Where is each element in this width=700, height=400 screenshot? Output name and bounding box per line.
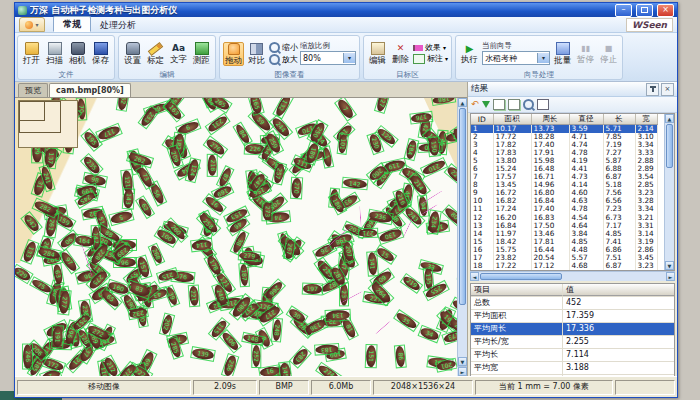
search-icon[interactable] bbox=[523, 99, 534, 110]
pause-button[interactable]: ▮▮暂停 bbox=[575, 42, 596, 65]
table-cell[interactable]: 1 bbox=[471, 125, 493, 134]
table-row[interactable]: 110.1713.733.595.712.14 bbox=[471, 125, 657, 134]
application-menu-button[interactable]: ▾ bbox=[19, 17, 45, 32]
copy-icon[interactable] bbox=[508, 99, 520, 110]
table-cell[interactable]: 3.33 bbox=[635, 149, 657, 157]
open-button[interactable]: 打开 bbox=[21, 41, 42, 66]
table-cell[interactable]: 16.80 bbox=[531, 189, 569, 197]
table-cell[interactable]: 8 bbox=[471, 181, 493, 189]
table-row[interactable]: 615.2416.484.416.882.89 bbox=[471, 165, 657, 173]
calibrate-button[interactable]: 标定 bbox=[145, 41, 166, 66]
stats-row[interactable]: 平均长/宽2.255 bbox=[471, 336, 674, 349]
results-vertical-scrollbar[interactable]: ▲ ▼ bbox=[664, 114, 674, 270]
canvas-vertical-scrollbar[interactable]: ▲ ▼ bbox=[457, 98, 467, 366]
seed-marker[interactable]: 163 bbox=[163, 99, 185, 122]
seed-marker[interactable]: 191 bbox=[51, 325, 64, 349]
seed-marker[interactable]: 127 bbox=[374, 98, 391, 114]
table-cell[interactable]: 16.84 bbox=[531, 197, 569, 205]
seed-marker[interactable]: 197 bbox=[302, 282, 323, 295]
table-cell[interactable]: 14.96 bbox=[531, 181, 569, 189]
table-cell[interactable]: 16.48 bbox=[531, 165, 569, 173]
table-row[interactable]: 1216.2016.834.546.733.21 bbox=[471, 214, 657, 222]
scroll-down-icon[interactable]: ▼ bbox=[458, 357, 467, 366]
table-row[interactable]: 1615.7516.444.486.862.86 bbox=[471, 246, 657, 254]
measure-button[interactable]: 测距 bbox=[191, 41, 212, 66]
table-cell[interactable]: 20.54 bbox=[531, 254, 569, 262]
table-cell[interactable]: 9 bbox=[471, 189, 493, 197]
table-cell[interactable]: 10.17 bbox=[493, 125, 531, 134]
stats-row[interactable]: 总数452 bbox=[471, 297, 674, 310]
table-cell[interactable]: 17.57 bbox=[493, 173, 531, 181]
table-cell[interactable]: 3.54 bbox=[635, 173, 657, 181]
table-cell[interactable]: 6 bbox=[471, 165, 493, 173]
seed-marker[interactable]: 101 bbox=[336, 132, 349, 154]
table-cell[interactable]: 17 bbox=[471, 254, 493, 262]
table-cell[interactable]: 3.10 bbox=[635, 133, 657, 141]
drag-tool-button[interactable]: 拖动 bbox=[223, 42, 244, 66]
seed-marker[interactable]: 62 bbox=[134, 195, 154, 219]
table-cell[interactable]: 13.73 bbox=[531, 125, 569, 134]
table-cell[interactable]: 16 bbox=[471, 246, 493, 254]
compare-button[interactable]: 对比 bbox=[246, 42, 267, 66]
seed-marker[interactable]: 284 bbox=[36, 246, 62, 263]
seed-marker[interactable]: 246 bbox=[23, 344, 34, 370]
table-cell[interactable]: 4.71 bbox=[569, 133, 603, 141]
select-region-icon[interactable] bbox=[537, 99, 549, 110]
table-cell[interactable]: 4 bbox=[471, 149, 493, 157]
table-cell[interactable]: 17.24 bbox=[493, 205, 531, 213]
seed-marker[interactable]: 178 bbox=[203, 252, 224, 277]
zoom-in-button[interactable]: 放大 bbox=[269, 54, 298, 65]
table-cell[interactable]: 4.78 bbox=[569, 149, 603, 157]
tab-preview[interactable]: 预览 bbox=[18, 83, 48, 97]
seed-marker[interactable]: 231 bbox=[205, 112, 231, 135]
seed-marker[interactable]: 142 bbox=[341, 177, 368, 191]
table-cell[interactable]: 4.14 bbox=[569, 181, 603, 189]
table-cell[interactable]: 3.19 bbox=[635, 238, 657, 246]
table-cell[interactable]: 16.20 bbox=[493, 214, 531, 222]
table-cell[interactable]: 15.75 bbox=[493, 246, 531, 254]
table-cell[interactable]: 18.28 bbox=[531, 133, 569, 141]
seed-marker[interactable]: 283 bbox=[289, 345, 312, 368]
seed-marker[interactable]: 274 bbox=[315, 362, 342, 376]
seed-marker[interactable]: 146 bbox=[456, 254, 457, 280]
table-row[interactable]: 1316.8417.504.647.173.31 bbox=[471, 222, 657, 230]
close-button[interactable]: × bbox=[657, 4, 674, 17]
table-cell[interactable]: 4.19 bbox=[569, 157, 603, 165]
batch-button[interactable]: 批量 bbox=[552, 41, 573, 66]
table-cell[interactable]: 16.44 bbox=[531, 246, 569, 254]
scroll-thumb[interactable] bbox=[459, 108, 466, 305]
scroll-right-icon[interactable]: ► bbox=[666, 272, 675, 281]
table-cell[interactable]: 17.83 bbox=[493, 149, 531, 157]
seed-marker[interactable]: 242 bbox=[20, 211, 43, 235]
scroll-right-icon[interactable]: ► bbox=[458, 367, 467, 376]
table-row[interactable]: 1117.2417.404.787.233.34 bbox=[471, 205, 657, 213]
seed-marker[interactable]: 169 bbox=[211, 183, 235, 201]
col-header-area[interactable]: 面积 bbox=[493, 114, 531, 125]
table-cell[interactable]: 17.82 bbox=[493, 141, 531, 149]
scroll-down-icon[interactable]: ▼ bbox=[665, 261, 674, 270]
camera-button[interactable]: 相机 bbox=[67, 41, 88, 66]
table-cell[interactable]: 3.31 bbox=[635, 222, 657, 230]
stats-row[interactable]: 平均长7.114 bbox=[471, 349, 674, 362]
table-cell[interactable]: 15.98 bbox=[531, 157, 569, 165]
table-cell[interactable]: 4.68 bbox=[569, 262, 603, 270]
table-cell[interactable]: 5.18 bbox=[603, 181, 635, 189]
table-cell[interactable]: 2.89 bbox=[635, 165, 657, 173]
table-row[interactable]: 217.7218.284.717.853.10 bbox=[471, 133, 657, 141]
tab-image-file[interactable]: cam.bmp[80%] bbox=[49, 83, 131, 97]
seed-marker[interactable]: 221 bbox=[187, 285, 200, 307]
table-cell[interactable]: 18 bbox=[471, 262, 493, 270]
table-cell[interactable]: 7.41 bbox=[603, 238, 635, 246]
scroll-up-icon[interactable]: ▲ bbox=[665, 114, 674, 123]
panel-close-button[interactable]: × bbox=[661, 83, 674, 96]
seed-marker[interactable]: 210 bbox=[420, 157, 448, 178]
table-row[interactable]: 1518.4217.814.857.413.19 bbox=[471, 238, 657, 246]
table-cell[interactable]: 11.97 bbox=[493, 230, 531, 238]
seed-marker[interactable]: 139 bbox=[190, 346, 216, 362]
table-cell[interactable]: 7.17 bbox=[603, 222, 635, 230]
target-delete-button[interactable]: ✕删除 bbox=[390, 42, 411, 65]
table-cell[interactable]: 6.86 bbox=[603, 246, 635, 254]
seed-marker[interactable]: 187 bbox=[238, 262, 250, 287]
table-cell[interactable]: 6.87 bbox=[603, 262, 635, 270]
seed-marker[interactable]: 164 bbox=[73, 233, 95, 248]
